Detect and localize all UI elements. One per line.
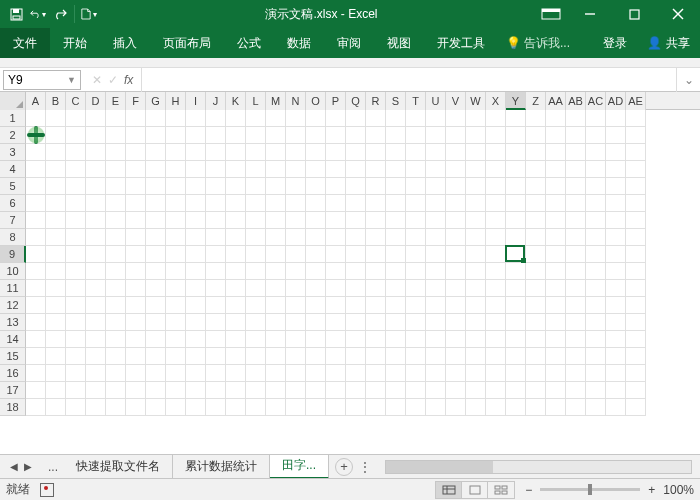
cell[interactable]	[406, 399, 426, 416]
cell[interactable]	[206, 297, 226, 314]
cell[interactable]	[526, 127, 546, 144]
cell[interactable]	[66, 110, 86, 127]
cell[interactable]	[106, 229, 126, 246]
cell[interactable]	[486, 365, 506, 382]
cell[interactable]	[426, 263, 446, 280]
tab-review[interactable]: 审阅	[324, 28, 374, 58]
cell[interactable]	[426, 229, 446, 246]
row-header-8[interactable]: 8	[0, 229, 26, 246]
cell[interactable]	[266, 178, 286, 195]
cell[interactable]	[486, 263, 506, 280]
cell[interactable]	[426, 314, 446, 331]
minimize-button[interactable]	[568, 0, 612, 28]
cell[interactable]	[426, 246, 446, 263]
cell[interactable]	[26, 195, 46, 212]
cell[interactable]	[86, 161, 106, 178]
cell[interactable]	[586, 246, 606, 263]
select-all-cell[interactable]	[0, 92, 26, 110]
cell[interactable]	[606, 229, 626, 246]
cell[interactable]	[26, 314, 46, 331]
cell[interactable]	[426, 195, 446, 212]
cell[interactable]	[26, 331, 46, 348]
cell[interactable]	[586, 399, 606, 416]
cell[interactable]	[626, 382, 646, 399]
cell[interactable]	[246, 314, 266, 331]
cell[interactable]	[526, 144, 546, 161]
cell[interactable]	[366, 110, 386, 127]
cell[interactable]	[406, 212, 426, 229]
cell[interactable]	[226, 348, 246, 365]
cell[interactable]	[326, 127, 346, 144]
tab-dev[interactable]: 开发工具	[424, 28, 498, 58]
col-header-P[interactable]: P	[326, 92, 346, 110]
cell[interactable]	[346, 348, 366, 365]
cell[interactable]	[566, 161, 586, 178]
cell[interactable]	[626, 297, 646, 314]
cell[interactable]	[386, 314, 406, 331]
cell[interactable]	[446, 382, 466, 399]
cell[interactable]	[206, 348, 226, 365]
cell[interactable]	[46, 110, 66, 127]
cell[interactable]	[466, 195, 486, 212]
cell[interactable]	[26, 348, 46, 365]
cell[interactable]	[246, 280, 266, 297]
cell[interactable]	[346, 212, 366, 229]
cell[interactable]	[206, 195, 226, 212]
cell[interactable]	[326, 263, 346, 280]
cell[interactable]	[386, 178, 406, 195]
cell[interactable]	[306, 110, 326, 127]
col-header-AC[interactable]: AC	[586, 92, 606, 110]
cell[interactable]	[326, 314, 346, 331]
cell[interactable]	[346, 178, 366, 195]
cell[interactable]	[486, 280, 506, 297]
prev-sheet-icon[interactable]: ◀	[10, 461, 18, 472]
zoom-slider-knob[interactable]	[588, 484, 592, 495]
cell[interactable]	[406, 365, 426, 382]
cell[interactable]	[386, 382, 406, 399]
cell[interactable]	[46, 144, 66, 161]
cell[interactable]	[26, 365, 46, 382]
add-sheet-button[interactable]: +	[335, 458, 353, 476]
cell[interactable]	[226, 382, 246, 399]
cell[interactable]	[526, 212, 546, 229]
cell[interactable]	[266, 144, 286, 161]
cell[interactable]	[486, 212, 506, 229]
cell[interactable]	[86, 195, 106, 212]
cell[interactable]	[306, 195, 326, 212]
cell[interactable]	[586, 348, 606, 365]
cell[interactable]	[546, 348, 566, 365]
cell[interactable]	[86, 280, 106, 297]
cell[interactable]	[426, 348, 446, 365]
cell[interactable]	[386, 110, 406, 127]
cell[interactable]	[306, 212, 326, 229]
cell[interactable]	[406, 263, 426, 280]
cell[interactable]	[206, 178, 226, 195]
cell[interactable]	[226, 399, 246, 416]
cell[interactable]	[126, 127, 146, 144]
cell[interactable]	[146, 127, 166, 144]
cell[interactable]	[386, 348, 406, 365]
cell[interactable]	[226, 280, 246, 297]
cell[interactable]	[66, 297, 86, 314]
close-button[interactable]	[656, 0, 700, 28]
cell[interactable]	[286, 195, 306, 212]
cell[interactable]	[186, 178, 206, 195]
cell[interactable]	[586, 127, 606, 144]
cell[interactable]	[566, 314, 586, 331]
cell[interactable]	[346, 399, 366, 416]
cell[interactable]	[166, 144, 186, 161]
cell[interactable]	[406, 382, 426, 399]
cell[interactable]	[246, 110, 266, 127]
cell[interactable]	[166, 178, 186, 195]
zoom-level[interactable]: 100%	[663, 483, 694, 497]
cell[interactable]	[566, 246, 586, 263]
cell[interactable]	[126, 348, 146, 365]
row-header-6[interactable]: 6	[0, 195, 26, 212]
cell[interactable]	[106, 382, 126, 399]
normal-view-icon[interactable]	[436, 482, 462, 498]
cell[interactable]	[266, 229, 286, 246]
cell[interactable]	[86, 331, 106, 348]
cell[interactable]	[606, 178, 626, 195]
cell[interactable]	[166, 246, 186, 263]
cell[interactable]	[106, 178, 126, 195]
